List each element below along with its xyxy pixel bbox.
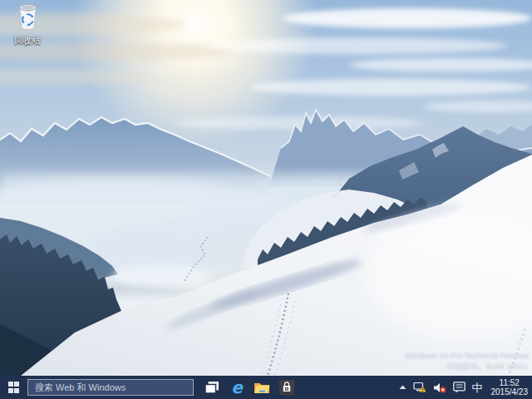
watermark: Windows 10 Pro Technical Preview 评估副本。Bu… — [405, 350, 528, 372]
store-icon — [279, 380, 294, 395]
clock-time: 11:52 — [491, 378, 529, 387]
watermark-line1: Windows 10 Pro Technical Preview — [405, 350, 528, 361]
watermark-line2: 评估副本。Build 10041 — [405, 361, 528, 372]
network-warning-icon — [413, 382, 426, 393]
windows-logo-icon — [8, 382, 20, 393]
chevron-up-icon — [399, 385, 406, 390]
internet-explorer-icon: e — [231, 379, 243, 396]
desktop-wallpaper — [0, 0, 532, 376]
screen: 回收站 Windows 10 Pro Technical Preview 评估副… — [0, 0, 532, 399]
clock-date: 2015/4/23 — [491, 387, 529, 397]
start-button[interactable] — [0, 376, 27, 399]
file-explorer-icon — [254, 381, 270, 394]
task-view-button[interactable] — [200, 376, 224, 399]
recycle-bin-icon — [17, 3, 39, 31]
network-status-button[interactable] — [413, 382, 426, 393]
volume-button[interactable] — [433, 382, 446, 393]
recycle-bin[interactable]: 回收站 — [3, 3, 52, 47]
taskbar: e — [0, 376, 532, 399]
store-button[interactable] — [274, 376, 299, 399]
ime-indicator[interactable]: 中 — [472, 382, 483, 393]
taskbar-search[interactable] — [27, 379, 194, 396]
tray-expand-button[interactable] — [399, 385, 406, 390]
file-explorer-button[interactable] — [249, 376, 274, 399]
recycle-bin-label: 回收站 — [3, 35, 52, 47]
search-input[interactable] — [28, 380, 193, 395]
wallpaper-art — [0, 0, 532, 376]
volume-muted-icon — [433, 382, 446, 393]
task-view-icon — [204, 381, 219, 395]
system-tray: 中 11:52 2015/4/23 — [399, 378, 532, 397]
internet-explorer-button[interactable]: e — [224, 376, 249, 399]
action-center-icon — [453, 382, 466, 393]
action-center-button[interactable] — [453, 382, 466, 393]
taskbar-clock[interactable]: 11:52 2015/4/23 — [490, 378, 529, 397]
